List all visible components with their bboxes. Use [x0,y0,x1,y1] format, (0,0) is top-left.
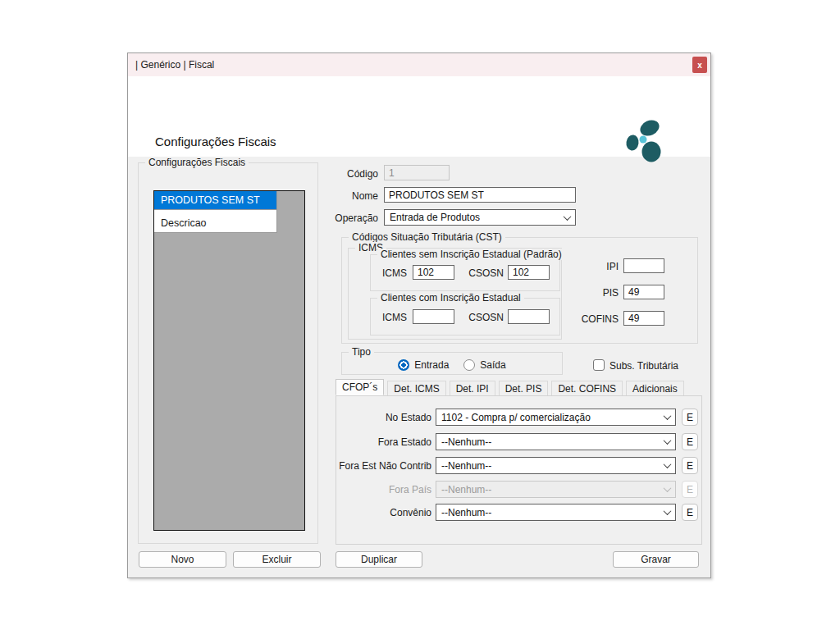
left-config-group: Configurações Fiscais Descricao PRODUTOS… [138,162,318,544]
entrada-radio-label: Entrada [414,359,449,371]
fora-est-nao-contrib-select[interactable]: --Nenhum-- [436,457,676,474]
grid-column-header[interactable]: Descricao [154,214,277,233]
operacao-label: Operação [317,212,378,224]
tipo-group-label: Tipo [349,346,374,358]
com-inscricao-group: Clientes com Inscrição Estadual ICMS CSO… [370,298,560,336]
page-header: Configurações Fiscais [128,76,710,157]
brand-logo-icon [625,117,663,163]
codigo-field: 1 [384,165,450,180]
no-estado-label: No Estado [336,412,431,423]
operacao-value: Entrada de Produtos [390,212,480,223]
operacao-select[interactable]: Entrada de Produtos [384,209,576,226]
entrada-radio[interactable] [398,359,409,371]
chevron-down-icon [664,460,672,468]
no-estado-value: 1102 - Compra p/ comercialização [441,412,591,423]
convenio-value: --Nenhum-- [441,507,491,518]
convenio-label: Convênio [336,507,431,518]
close-icon[interactable]: x [692,57,707,73]
com-inscricao-label: Clientes com Inscrição Estadual [377,292,524,304]
cofins-label: COFINS [569,313,619,325]
tipo-group: Tipo Entrada Saída [341,352,563,375]
ipi-label: IPI [569,261,619,272]
tab-det-cofins[interactable]: Det. COFINS [551,381,623,395]
fora-pais-label: Fora País [336,484,431,495]
fora-est-nao-contrib-label: Fora Est Não Contrib [336,460,431,472]
title-bar[interactable]: | Genérico | Fiscal x [128,53,710,76]
icms-sem-field[interactable]: 102 [413,265,454,280]
page-title: Configurações Fiscais [155,135,276,148]
pis-label: PIS [569,287,619,299]
gravar-button[interactable]: Gravar [613,551,699,568]
no-estado-select[interactable]: 1102 - Compra p/ comercialização [436,409,676,426]
cst-group: Códigos Situação Tributária (CST) ICMS C… [341,237,698,344]
fora-pais-edit-button: E [682,481,698,498]
chevron-down-icon [564,212,572,221]
saida-radio[interactable] [463,359,475,371]
fora-pais-value: --Nenhum-- [441,484,491,495]
config-list-grid: Descricao PRODUTOS SEM ST PRODUTOS COM S… [153,190,305,531]
sem-inscricao-group: Clientes sem Inscrição Estadual (Padrão)… [370,254,560,291]
tab-det-pis[interactable]: Det. PIS [499,381,549,395]
tab-strip: CFOP´s Det. ICMS Det. IPI Det. PIS Det. … [336,379,687,395]
tab-det-ipi[interactable]: Det. IPI [450,381,495,395]
pis-field[interactable]: 49 [623,285,664,299]
fora-estado-edit-button[interactable]: E [682,433,698,450]
chevron-down-icon [664,507,672,515]
csosn-com-label: CSOSN [464,312,504,323]
fora-estado-value: --Nenhum-- [441,436,491,448]
fora-estado-select[interactable]: --Nenhum-- [436,433,676,450]
duplicar-button[interactable]: Duplicar [336,551,422,568]
novo-button[interactable]: Novo [139,551,226,568]
fora-est-nao-contrib-edit-button[interactable]: E [682,457,698,474]
fora-pais-select: --Nenhum-- [436,481,676,498]
sem-inscricao-label: Clientes sem Inscrição Estadual (Padrão) [377,249,565,260]
icms-group: ICMS Clientes sem Inscrição Estadual (Pa… [348,248,562,340]
fiscal-config-window: | Genérico | Fiscal x Configurações Fisc… [127,52,711,578]
nome-label: Nome [317,190,378,202]
csosn-sem-field[interactable]: 102 [508,265,550,280]
cofins-field[interactable]: 49 [623,311,664,326]
subs-tributaria-checkbox[interactable] [593,359,605,371]
icms-com-label: ICMS [376,312,407,323]
chevron-down-icon [664,412,672,420]
tab-cfops[interactable]: CFOP´s [336,379,384,395]
chevron-down-icon [664,484,672,492]
codigo-label: Código [317,168,378,180]
icms-com-field[interactable] [413,309,454,324]
desktop-canvas: | Genérico | Fiscal x Configurações Fisc… [0,0,840,630]
ipi-field[interactable] [623,258,664,273]
chevron-down-icon [664,436,672,445]
excluir-button[interactable]: Excluir [233,551,321,568]
tab-det-icms[interactable]: Det. ICMS [387,381,445,395]
list-item[interactable]: PRODUTOS SEM ST [154,191,277,210]
left-group-label: Configurações Fiscais [145,157,249,168]
icms-sem-label: ICMS [376,267,407,279]
saida-radio-label: Saída [480,359,505,371]
subs-tributaria-label: Subs. Tributária [609,360,678,372]
no-estado-edit-button[interactable]: E [682,409,698,426]
csosn-com-field[interactable] [508,309,550,324]
cst-group-label: Códigos Situação Tributária (CST) [349,231,505,243]
window-title: | Genérico | Fiscal [135,59,214,71]
nome-field[interactable]: PRODUTOS SEM ST [384,187,576,203]
convenio-select[interactable]: --Nenhum-- [436,504,676,521]
csosn-sem-label: CSOSN [464,267,504,279]
convenio-edit-button[interactable]: E [682,504,698,521]
tab-adicionais[interactable]: Adicionais [626,381,684,395]
fora-estado-label: Fora Estado [336,436,431,448]
fora-est-nao-contrib-value: --Nenhum-- [441,460,491,472]
